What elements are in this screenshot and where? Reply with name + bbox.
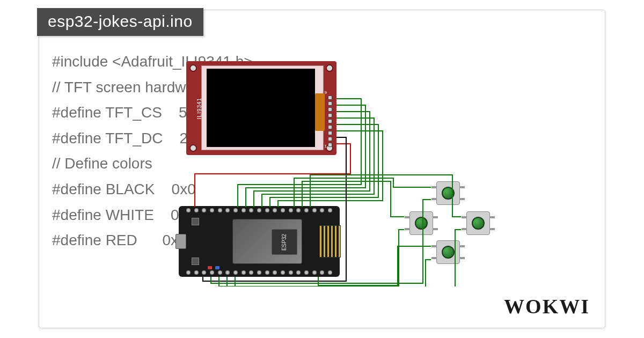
pin-icon [281, 270, 285, 275]
pin-icon [202, 208, 206, 212]
pin-header-top [186, 208, 332, 212]
pin-icon [249, 208, 253, 212]
pin-icon [186, 208, 191, 212]
pin-icon [304, 208, 309, 212]
button-leg-icon [433, 216, 438, 218]
pin-icon [296, 270, 301, 275]
pin-icon [218, 208, 222, 212]
button-cap-icon [442, 187, 455, 200]
push-button-down[interactable] [436, 240, 460, 264]
pin-icon [273, 270, 277, 275]
button-leg-icon [459, 257, 465, 259]
pin-icon [194, 208, 199, 212]
button-leg-icon [433, 228, 438, 230]
file-name: esp32-jokes-api.ino [48, 12, 193, 30]
button-leg-icon [459, 198, 465, 200]
button-leg-icon [431, 198, 437, 200]
boot-button-icon [192, 258, 199, 265]
button-leg-icon [431, 257, 437, 259]
power-led-icon [208, 266, 212, 269]
pin-icon [328, 95, 332, 100]
pin-icon [249, 270, 253, 275]
pin-icon [304, 270, 309, 275]
button-leg-icon [431, 186, 437, 188]
push-button-right[interactable] [466, 211, 490, 235]
button-leg-icon [405, 228, 410, 230]
button-leg-icon [489, 216, 495, 218]
button-leg-icon [462, 228, 467, 230]
pin-icon [241, 208, 246, 212]
tft-ribbon-icon [315, 93, 325, 131]
pin-icon [233, 208, 238, 212]
pin-icon [328, 119, 332, 123]
esp32-component[interactable]: ESP32 [179, 206, 340, 277]
antenna-icon [319, 225, 341, 258]
pin-icon [194, 270, 199, 275]
pin-icon [225, 270, 230, 275]
reset-button-icon [192, 218, 199, 225]
mcu-label: ESP32 [281, 233, 287, 250]
pin-icon [225, 208, 230, 212]
project-card: esp32-jokes-api.ino #include <Adafruit_I… [39, 10, 605, 328]
button-leg-icon [489, 228, 495, 230]
pin-icon [320, 208, 324, 212]
mounting-hole-icon [326, 64, 333, 72]
pin-icon [328, 270, 332, 275]
pin-icon [328, 113, 332, 117]
pin-header-bottom [186, 270, 332, 275]
button-leg-icon [431, 245, 437, 247]
status-led-icon [215, 266, 219, 269]
pin-icon [328, 143, 332, 147]
brand-logo: WOKWI [504, 295, 590, 318]
pin-icon [328, 131, 332, 135]
pin-icon [257, 270, 261, 275]
pin-icon [289, 270, 293, 275]
brand-text: WOKWI [504, 295, 590, 318]
pin-icon [328, 101, 332, 106]
circuit-diagram: ILI9341 9 1 ESP32 [179, 61, 554, 286]
pin-icon [328, 107, 332, 112]
pin-icon [273, 208, 277, 212]
tft-model-label: ILI9341 [196, 97, 202, 119]
esp32-chip-icon: ESP32 [272, 229, 297, 255]
pin-icon [218, 270, 222, 275]
button-leg-icon [459, 186, 465, 188]
button-leg-icon [462, 216, 467, 218]
pin-icon [312, 208, 317, 212]
pin-icon [265, 270, 269, 275]
pin-icon [312, 270, 317, 275]
mounting-hole-icon [189, 64, 197, 72]
pin-icon [320, 270, 324, 275]
push-button-left[interactable] [409, 211, 433, 235]
pin-icon [257, 208, 261, 212]
tft-display-component[interactable]: ILI9341 9 1 [186, 61, 336, 155]
push-button-up[interactable] [436, 181, 460, 205]
pin-icon [210, 208, 214, 212]
pin-icon [241, 270, 246, 275]
button-cap-icon [472, 217, 485, 230]
mounting-hole-icon [189, 144, 197, 152]
file-title-tab: esp32-jokes-api.ino [37, 8, 203, 36]
pin-icon [289, 208, 293, 212]
button-leg-icon [459, 245, 465, 247]
usb-port-icon [175, 234, 186, 249]
pin-icon [265, 208, 269, 212]
pin-icon [328, 125, 332, 129]
button-cap-icon [442, 246, 455, 259]
pin-icon [233, 270, 238, 275]
tft-screen [207, 69, 315, 147]
pin-icon [296, 208, 301, 212]
pin-icon [328, 208, 332, 212]
pin-icon [186, 270, 191, 275]
button-leg-icon [405, 216, 410, 218]
tft-pin-bottom-label: 1 [325, 144, 327, 149]
pin-icon [202, 270, 206, 275]
pin-icon [328, 137, 332, 141]
tft-pin-header [328, 95, 333, 147]
pin-icon [281, 208, 285, 212]
tft-pin-top-label: 9 [325, 90, 327, 95]
button-cap-icon [415, 217, 428, 230]
pin-icon [210, 270, 214, 275]
rf-shield-icon: ESP32 [232, 219, 302, 264]
